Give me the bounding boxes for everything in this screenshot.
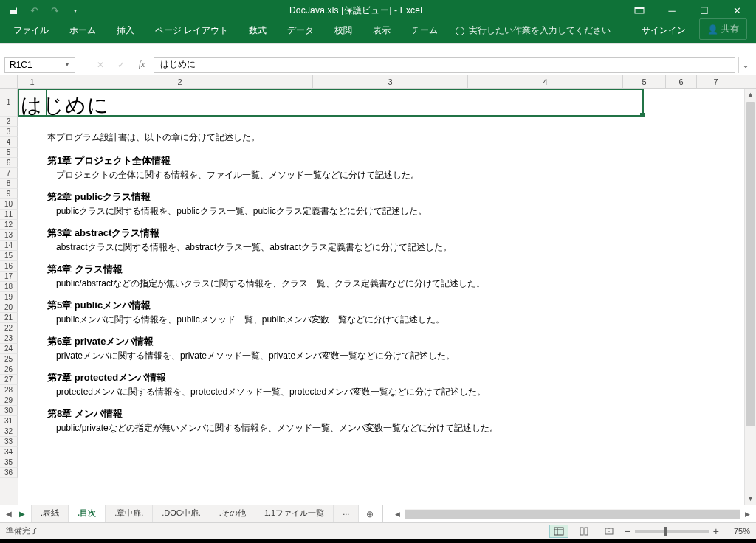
tab-team[interactable]: チーム [401,20,448,43]
page-break-view-icon[interactable] [599,525,619,538]
col-header[interactable]: 1 [18,75,47,88]
select-all-corner[interactable] [0,75,18,88]
customize-qat-icon[interactable]: ▾ [66,1,84,19]
cells-area[interactable]: はじめに 本プログラム設計書は、以下の章に分けて記述した。 第1章 プロジェクト… [18,89,756,505]
tab-splitter[interactable] [382,505,387,522]
row-header[interactable]: 20 [0,302,18,313]
chevron-down-icon[interactable]: ▼ [64,61,70,68]
tab-formulas[interactable]: 数式 [238,20,277,43]
chapter-block: 第6章 privateメンバ情報privateメンバに関する情報を、privat… [47,335,750,362]
row-header[interactable]: 21 [0,313,18,323]
scroll-up-icon[interactable]: ▲ [745,89,756,100]
row-header[interactable]: 2 [0,117,18,127]
sheet-tab[interactable]: .章中扉. [106,505,153,523]
sheet-next-icon[interactable]: ▶ [19,510,25,518]
scroll-thumb[interactable] [746,102,755,426]
ribbon-display-icon[interactable] [623,0,656,21]
name-box[interactable]: R1C1▼ [4,57,75,73]
zoom-slider[interactable] [635,530,709,533]
sheet-tab[interactable]: .DOC中扉. [153,505,210,523]
cancel-formula-icon[interactable]: ✕ [92,57,109,73]
row-header[interactable]: 1 [0,89,18,117]
row-header[interactable]: 7 [0,168,18,179]
tab-view[interactable]: 表示 [362,20,401,43]
hscroll-thumb[interactable] [405,510,740,519]
row-header[interactable]: 36 [0,468,18,478]
col-header[interactable]: 4 [468,75,623,88]
row-header[interactable]: 31 [0,416,18,426]
row-header[interactable]: 13 [0,230,18,241]
tab-file[interactable]: ファイル [3,20,59,43]
row-header[interactable]: 8 [0,179,18,189]
zoom-out-icon[interactable]: − [625,525,630,537]
redo-icon[interactable]: ↷ [46,1,63,19]
horizontal-scrollbar[interactable]: ◀ ▶ [388,508,756,520]
row-header[interactable]: 6 [0,158,18,168]
row-header[interactable]: 3 [0,127,18,137]
tab-data[interactable]: データ [277,20,324,43]
insert-function-icon[interactable]: fx [133,57,151,73]
row-header[interactable]: 16 [0,261,18,272]
row-header[interactable]: 9 [0,189,18,199]
row-header[interactable]: 35 [0,457,18,468]
formula-input[interactable]: はじめに [154,57,735,73]
row-header[interactable]: 18 [0,282,18,292]
row-header[interactable]: 32 [0,426,18,437]
row-header[interactable]: 5 [0,148,18,158]
row-header[interactable]: 34 [0,447,18,457]
col-header[interactable]: 2 [47,75,313,88]
row-header[interactable]: 25 [0,354,18,364]
row-header[interactable]: 24 [0,344,18,354]
sheet-tab[interactable]: .表紙 [31,505,69,523]
sheet-tab[interactable]: ... [334,505,359,523]
new-sheet-icon[interactable]: ⊕ [359,506,381,522]
close-icon[interactable]: ✕ [721,0,753,21]
sheet-tab[interactable]: .目次 [69,505,106,523]
tab-home[interactable]: ホーム [59,20,106,43]
zoom-percent[interactable]: 75% [724,527,750,536]
row-header[interactable]: 33 [0,437,18,447]
col-header[interactable]: 3 [313,75,468,88]
enter-formula-icon[interactable]: ✓ [112,57,130,73]
signin-button[interactable]: サインイン [633,20,695,43]
row-header[interactable]: 4 [0,137,18,148]
tab-review[interactable]: 校閲 [324,20,362,43]
zoom-in-icon[interactable]: + [713,525,719,537]
col-header[interactable]: 5 [623,75,666,88]
ribbon-tabs: ファイル ホーム 挿入 ページ レイアウト 数式 データ 校閲 表示 チーム 実… [0,21,756,43]
vertical-scrollbar[interactable]: ▲ ▼ [744,89,756,505]
undo-icon[interactable]: ↶ [25,1,43,19]
row-header[interactable]: 17 [0,272,18,282]
col-header[interactable]: 7 [697,75,735,88]
row-header[interactable]: 27 [0,375,18,385]
tab-insert[interactable]: 挿入 [106,20,145,43]
minimize-icon[interactable]: ─ [656,0,688,21]
row-header[interactable]: 10 [0,199,18,210]
row-header[interactable]: 14 [0,241,18,251]
share-button[interactable]: 👤共有 [699,18,747,40]
row-header[interactable]: 29 [0,395,18,406]
scroll-left-icon[interactable]: ◀ [391,508,403,520]
page-layout-view-icon[interactable] [574,525,594,538]
sheet-prev-icon[interactable]: ◀ [6,510,12,518]
sheet-tab[interactable]: .その他 [210,505,255,523]
col-header[interactable]: 6 [666,75,697,88]
row-header[interactable]: 12 [0,220,18,230]
sheet-tab[interactable]: 1.1ファイル一覧 [255,505,334,523]
scroll-right-icon[interactable]: ▶ [741,508,753,520]
row-header[interactable]: 22 [0,323,18,333]
row-header[interactable]: 28 [0,385,18,395]
tell-me-search[interactable]: 実行したい作業を入力してください [448,20,618,43]
scroll-down-icon[interactable]: ▼ [745,493,756,505]
maximize-icon[interactable]: ☐ [688,0,721,21]
row-header[interactable]: 15 [0,251,18,261]
row-header[interactable]: 23 [0,333,18,344]
row-header[interactable]: 19 [0,292,18,302]
save-icon[interactable] [4,1,22,19]
row-header[interactable]: 11 [0,210,18,220]
normal-view-icon[interactable] [549,525,568,538]
row-header[interactable]: 30 [0,406,18,416]
row-header[interactable]: 26 [0,364,18,375]
tab-pagelayout[interactable]: ページ レイアウト [145,20,238,43]
expand-formula-icon[interactable]: ⌄ [738,57,752,73]
